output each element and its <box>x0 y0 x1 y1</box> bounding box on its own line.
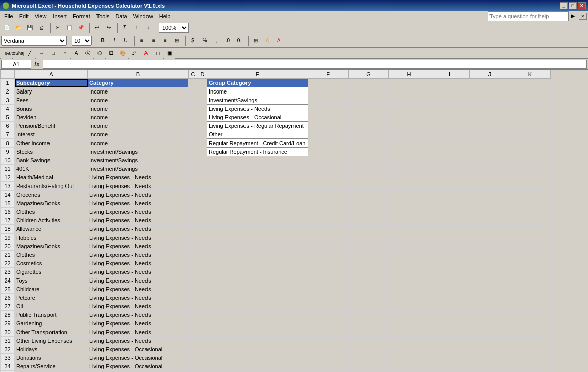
cell-b13[interactable]: Living Expenses - Needs <box>88 182 189 191</box>
cell-j31[interactable] <box>470 337 510 345</box>
cell-j8[interactable] <box>470 139 510 148</box>
cell-i3[interactable] <box>429 96 470 105</box>
cell-b29[interactable]: Living Expenses - Needs <box>88 319 189 328</box>
decrease-decimal-button[interactable]: 0. <box>234 35 245 46</box>
cell-f14[interactable] <box>308 191 349 199</box>
cell-k20[interactable] <box>510 242 551 251</box>
cell-k10[interactable] <box>510 156 551 165</box>
menu-help[interactable]: Help <box>156 12 174 20</box>
cell-i1[interactable] <box>429 79 470 87</box>
cell-i20[interactable] <box>429 242 470 251</box>
cell-c22[interactable] <box>189 259 198 268</box>
cell-b11[interactable]: Investment/Savings <box>88 165 189 173</box>
cell-j13[interactable] <box>470 182 510 191</box>
menu-window[interactable]: Window <box>130 12 156 20</box>
cell-j6[interactable] <box>470 122 510 130</box>
cell-b7[interactable]: Income <box>88 130 189 139</box>
cell-g26[interactable] <box>349 294 389 302</box>
cell-b10[interactable]: Investment/Savings <box>88 156 189 165</box>
cell-a21[interactable]: Clothes <box>15 251 88 259</box>
close-button[interactable]: ✕ <box>578 2 586 9</box>
cell-i13[interactable] <box>429 182 470 191</box>
cell-b1[interactable]: Category <box>88 79 189 87</box>
cell-e32[interactable] <box>207 345 308 354</box>
cell-f13[interactable] <box>308 182 349 191</box>
col-header-b[interactable]: B <box>88 70 189 79</box>
cell-j10[interactable] <box>470 156 510 165</box>
cell-e33[interactable] <box>207 354 308 362</box>
cell-f8[interactable] <box>308 139 349 148</box>
cell-a2[interactable]: Salary <box>15 87 88 96</box>
increase-decimal-button[interactable]: .0 <box>222 35 233 46</box>
cell-f12[interactable] <box>308 173 349 182</box>
cell-f10[interactable] <box>308 156 349 165</box>
cell-e19[interactable] <box>207 234 308 242</box>
italic-button[interactable]: I <box>109 35 120 46</box>
cell-f9[interactable] <box>308 148 349 156</box>
cell-d30[interactable] <box>198 328 207 337</box>
cell-h33[interactable] <box>389 354 429 362</box>
cell-i26[interactable] <box>429 294 470 302</box>
cell-c12[interactable] <box>189 173 198 182</box>
cell-e18[interactable] <box>207 225 308 234</box>
cell-c17[interactable] <box>189 216 198 225</box>
cell-d31[interactable] <box>198 337 207 345</box>
cell-a34[interactable]: Repairs/Service <box>15 362 88 371</box>
col-header-f[interactable]: F <box>308 70 349 79</box>
cell-e28[interactable] <box>207 311 308 319</box>
cell-d21[interactable] <box>198 251 207 259</box>
cell-b27[interactable]: Living Expenses - Needs <box>88 302 189 311</box>
cell-b17[interactable]: Living Expenses - Needs <box>88 216 189 225</box>
cell-a17[interactable]: Children Activities <box>15 216 88 225</box>
cell-c27[interactable] <box>189 302 198 311</box>
cell-e9[interactable]: Regular Repayment - Insurance <box>207 148 308 156</box>
col-header-a[interactable]: A <box>15 70 88 79</box>
cell-e29[interactable] <box>207 319 308 328</box>
cell-c14[interactable] <box>189 191 198 199</box>
cell-h22[interactable] <box>389 259 429 268</box>
cell-a10[interactable]: Bank Savings <box>15 156 88 165</box>
cell-b32[interactable]: Living Expenses - Occasional <box>88 345 189 354</box>
cell-c33[interactable] <box>189 354 198 362</box>
cell-g15[interactable] <box>349 199 389 208</box>
draw-3d-btn[interactable]: ▣ <box>164 48 175 59</box>
cell-i12[interactable] <box>429 173 470 182</box>
cell-a4[interactable]: Bonus <box>15 105 88 113</box>
cell-g18[interactable] <box>349 225 389 234</box>
cell-b25[interactable]: Living Expenses - Needs <box>88 285 189 294</box>
cell-h30[interactable] <box>389 328 429 337</box>
cell-j30[interactable] <box>470 328 510 337</box>
draw-rect-btn[interactable]: □ <box>47 48 59 59</box>
cell-h2[interactable] <box>389 87 429 96</box>
draw-arrow-btn[interactable]: → <box>36 48 47 59</box>
cell-j16[interactable] <box>470 208 510 216</box>
cell-f27[interactable] <box>308 302 349 311</box>
minimize-button[interactable]: _ <box>560 2 568 9</box>
cell-j11[interactable] <box>470 165 510 173</box>
cell-j20[interactable] <box>470 242 510 251</box>
help-search-btn[interactable]: ▶ <box>569 13 577 19</box>
cell-reference[interactable] <box>1 60 31 69</box>
cell-a8[interactable]: Other Income <box>15 139 88 148</box>
font-color-button[interactable]: A <box>273 35 284 46</box>
col-header-e[interactable]: E <box>207 70 308 79</box>
cell-e27[interactable] <box>207 302 308 311</box>
cell-i33[interactable] <box>429 354 470 362</box>
col-header-j[interactable]: J <box>470 70 510 79</box>
cell-c23[interactable] <box>189 268 198 276</box>
cell-e21[interactable] <box>207 251 308 259</box>
cell-e30[interactable] <box>207 328 308 337</box>
draw-line-btn[interactable]: ╱ <box>24 48 35 59</box>
cell-e17[interactable] <box>207 216 308 225</box>
cell-b20[interactable]: Living Expenses - Needs <box>88 242 189 251</box>
cell-j26[interactable] <box>470 294 510 302</box>
cell-j9[interactable] <box>470 148 510 156</box>
copy-button[interactable]: 📋 <box>64 22 75 33</box>
cell-i5[interactable] <box>429 113 470 122</box>
cell-g2[interactable] <box>349 87 389 96</box>
cell-e24[interactable] <box>207 276 308 285</box>
cell-d1[interactable] <box>198 79 207 87</box>
col-header-k[interactable]: K <box>510 70 551 79</box>
cell-b21[interactable]: Living Expenses - Needs <box>88 251 189 259</box>
cell-a18[interactable]: Allowance <box>15 225 88 234</box>
